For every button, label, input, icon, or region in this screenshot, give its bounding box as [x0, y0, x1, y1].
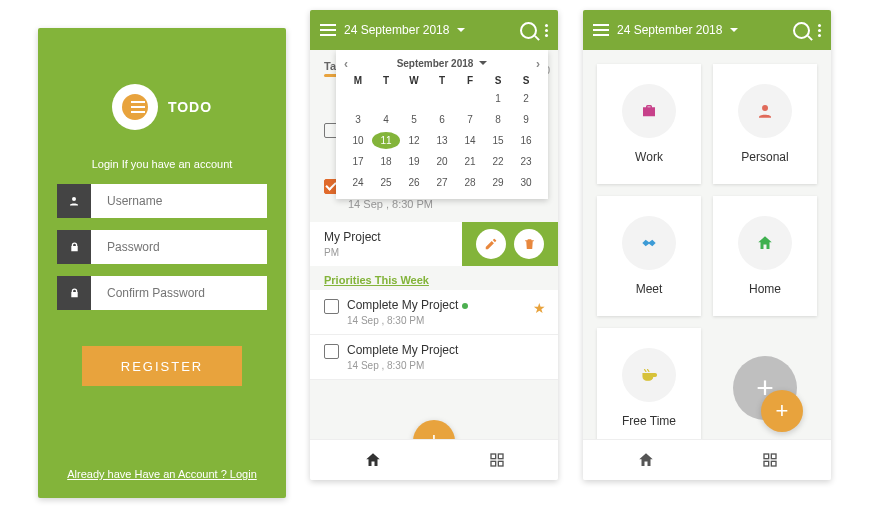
calendar-day[interactable]: 8: [484, 111, 512, 128]
app-logo: TODO: [112, 84, 212, 130]
register-screen: TODO Login If you have an account REGIST…: [38, 28, 286, 498]
confirm-password-input[interactable]: [91, 276, 267, 310]
calendar-prev-icon[interactable]: ‹: [344, 57, 348, 71]
username-field[interactable]: [57, 184, 267, 218]
svg-rect-7: [771, 454, 776, 459]
chevron-down-icon[interactable]: [457, 28, 465, 36]
username-input[interactable]: [91, 184, 267, 218]
user-icon: [57, 184, 91, 218]
calendar-day[interactable]: 1: [484, 90, 512, 107]
confirm-password-field[interactable]: [57, 276, 267, 310]
menu-icon[interactable]: [593, 24, 609, 36]
overflow-menu-icon[interactable]: [818, 24, 821, 37]
register-button[interactable]: REGISTER: [82, 346, 242, 386]
chevron-down-icon[interactable]: [730, 28, 738, 36]
category-label: Home: [749, 282, 781, 296]
calendar-day[interactable]: 27: [428, 174, 456, 191]
calendar-dow: T: [428, 75, 456, 86]
app-bar: 24 September 2018: [310, 10, 558, 50]
appbar-date[interactable]: 24 September 2018: [617, 23, 722, 37]
nav-grid-icon[interactable]: [489, 452, 505, 468]
briefcase-icon: [622, 84, 676, 138]
calendar-next-icon[interactable]: ›: [536, 57, 540, 71]
edit-button[interactable]: [476, 229, 506, 259]
calendar-day[interactable]: 2: [512, 90, 540, 107]
category-card[interactable]: Meet: [597, 196, 701, 316]
calendar-day[interactable]: 28: [456, 174, 484, 191]
category-label: Free Time: [622, 414, 676, 428]
calendar-day[interactable]: 26: [400, 174, 428, 191]
task-row[interactable]: Complete My Project14 Sep , 8:30 PM: [310, 335, 558, 380]
calendar-dow: M: [344, 75, 372, 86]
svg-rect-2: [498, 454, 503, 459]
calendar-day[interactable]: 10: [344, 132, 372, 149]
password-field[interactable]: [57, 230, 267, 264]
calendar-day[interactable]: 12: [400, 132, 428, 149]
add-fab[interactable]: +: [761, 390, 803, 432]
calendar-dow: S: [484, 75, 512, 86]
calendar-day[interactable]: 6: [428, 111, 456, 128]
password-input[interactable]: [91, 230, 267, 264]
task-checkbox[interactable]: [324, 299, 339, 314]
appbar-date[interactable]: 24 September 2018: [344, 23, 449, 37]
svg-rect-3: [491, 461, 496, 466]
calendar-day[interactable]: 22: [484, 153, 512, 170]
calendar-dow: S: [512, 75, 540, 86]
calendar-day[interactable]: 30: [512, 174, 540, 191]
calendar-dow: W: [400, 75, 428, 86]
calendar-day[interactable]: 4: [372, 111, 400, 128]
task-checkbox[interactable]: [324, 344, 339, 359]
calendar-day[interactable]: 3: [344, 111, 372, 128]
calendar-grid: MTWTFSS123456789101112131415161718192021…: [344, 75, 540, 191]
chevron-down-icon[interactable]: [479, 61, 487, 69]
bottom-nav: [310, 439, 558, 480]
calendar-day[interactable]: 19: [400, 153, 428, 170]
category-label: Work: [635, 150, 663, 164]
menu-icon[interactable]: [320, 24, 336, 36]
nav-grid-icon[interactable]: [762, 452, 778, 468]
calendar-day[interactable]: 21: [456, 153, 484, 170]
calendar-day[interactable]: 29: [484, 174, 512, 191]
login-link[interactable]: Already have Have an Account ? Login: [67, 468, 257, 480]
nav-home-icon[interactable]: [637, 451, 655, 469]
category-card[interactable]: Work: [597, 64, 701, 184]
overflow-menu-icon[interactable]: [545, 24, 548, 37]
calendar-day[interactable]: 9: [512, 111, 540, 128]
calendar-month[interactable]: September 2018: [397, 58, 474, 69]
task-meta: 14 Sep , 8:30 PM: [348, 198, 558, 210]
home-icon: [738, 216, 792, 270]
calendar-day[interactable]: 11: [372, 132, 400, 149]
calendar-dow: F: [456, 75, 484, 86]
calendar-day[interactable]: 18: [372, 153, 400, 170]
svg-point-5: [762, 105, 768, 111]
calendar-day[interactable]: 14: [456, 132, 484, 149]
calendar-day[interactable]: 16: [512, 132, 540, 149]
nav-home-icon[interactable]: [364, 451, 382, 469]
star-icon[interactable]: ★: [533, 300, 546, 316]
task-title: Complete My Project: [347, 343, 544, 357]
calendar-day[interactable]: 15: [484, 132, 512, 149]
calendar-day[interactable]: 25: [372, 174, 400, 191]
task-title: Complete My Project: [347, 298, 544, 312]
calendar-day[interactable]: 24: [344, 174, 372, 191]
search-icon[interactable]: [520, 22, 537, 39]
bottom-nav: [583, 439, 831, 480]
search-icon[interactable]: [793, 22, 810, 39]
category-card[interactable]: Home: [713, 196, 817, 316]
task-row[interactable]: Complete My Project14 Sep , 8:30 PM★: [310, 290, 558, 335]
category-card[interactable]: Personal: [713, 64, 817, 184]
calendar-day[interactable]: 7: [456, 111, 484, 128]
calendar-day[interactable]: 20: [428, 153, 456, 170]
lock-icon: [57, 230, 91, 264]
task-row-swiped[interactable]: My Project PM: [310, 222, 558, 266]
category-card[interactable]: Free Time: [597, 328, 701, 448]
calendar-day[interactable]: 13: [428, 132, 456, 149]
calendar-day[interactable]: 23: [512, 153, 540, 170]
task-meta: PM: [324, 247, 448, 258]
task-meta: 14 Sep , 8:30 PM: [347, 360, 544, 371]
section-header-priorities: Priorities This Week: [310, 266, 558, 290]
delete-button[interactable]: [514, 229, 544, 259]
calendar-day[interactable]: 5: [400, 111, 428, 128]
priority-dot-icon: [462, 303, 468, 309]
calendar-day[interactable]: 17: [344, 153, 372, 170]
